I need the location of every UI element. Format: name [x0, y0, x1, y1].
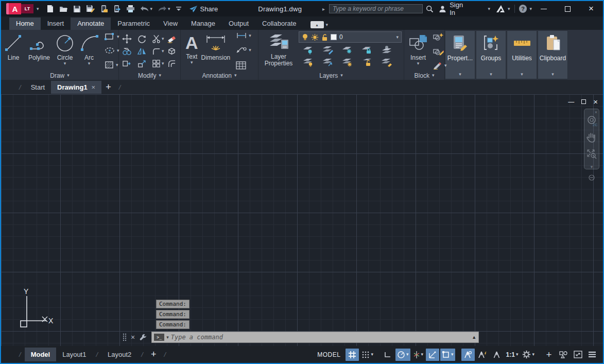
help-button[interactable]: ? — [519, 5, 527, 13]
app-menu-button[interactable]: A LT ▾ — [6, 3, 39, 14]
hatch-button[interactable]: ▾ — [104, 60, 119, 70]
table-button[interactable] — [236, 61, 251, 70]
layer-thaw-button[interactable] — [341, 58, 354, 67]
polar-tracking-toggle[interactable]: ▾ — [395, 349, 410, 361]
close-button[interactable]: × — [579, 1, 603, 16]
copy-button[interactable] — [122, 47, 132, 56]
rotate-button[interactable] — [137, 34, 147, 44]
layer-properties-button[interactable]: LayerProperties — [261, 31, 297, 68]
tab-parametric[interactable]: Parametric — [111, 18, 157, 30]
layer-match-button[interactable] — [322, 45, 334, 55]
autodesk-app-button[interactable] — [496, 5, 506, 12]
arc-button[interactable]: Arc ▾ — [77, 31, 101, 67]
dimension-button[interactable]: Dimension — [200, 31, 232, 62]
maximize-button[interactable] — [556, 1, 579, 16]
close-tab-icon[interactable]: × — [92, 83, 96, 91]
block-panel-label[interactable]: Block ▾ — [404, 71, 444, 80]
tab-start[interactable]: Start — [25, 81, 51, 94]
linear-dimension-button[interactable]: ▾ — [236, 32, 251, 39]
tab-annotate[interactable]: Annotate — [71, 18, 111, 30]
drawing-canvas[interactable]: — × × 2D ▾ Y — [1, 94, 603, 346]
chevron-down-icon[interactable]: ▾ — [166, 335, 169, 340]
edit-block-button[interactable] — [433, 47, 447, 56]
offset-button[interactable] — [167, 59, 177, 68]
plot-button[interactable] — [126, 5, 135, 13]
snap-toggle[interactable]: ▾ — [360, 349, 375, 361]
command-drag-handle[interactable] — [123, 333, 127, 341]
chevron-down-icon[interactable]: ▾ — [508, 7, 510, 11]
layers-panel-label[interactable]: Layers ▾ — [258, 71, 404, 80]
qat-customize-button[interactable] — [176, 6, 182, 11]
search-button[interactable] — [426, 5, 434, 13]
isolate-objects-button[interactable] — [557, 349, 570, 361]
layer-isolate-button[interactable] — [322, 58, 334, 67]
command-close-button[interactable]: × — [131, 333, 135, 341]
save-as-button[interactable] — [86, 5, 95, 13]
undo-button[interactable]: ▾ — [140, 6, 153, 12]
create-block-button[interactable] — [433, 32, 447, 41]
layer-on-button[interactable] — [302, 58, 315, 67]
ellipse-button[interactable]: ▾ — [104, 47, 119, 54]
open-file-button[interactable] — [59, 5, 68, 12]
pan-hand-icon[interactable] — [586, 132, 597, 143]
zoom-extents-icon[interactable] — [586, 148, 597, 160]
tab-collaborate[interactable]: Collaborate — [255, 18, 303, 30]
grid-toggle[interactable] — [346, 349, 359, 361]
scale-button[interactable] — [137, 59, 147, 68]
model-space-badge[interactable]: MODEL — [317, 351, 340, 358]
annotation-autoscale-toggle[interactable] — [476, 349, 489, 361]
panel-utilities[interactable]: Utilities ▾ — [507, 30, 537, 79]
define-attributes-button[interactable]: ▾ — [433, 61, 447, 70]
modify-panel-label[interactable]: Modify ▾ — [119, 71, 180, 80]
clean-screen-button[interactable]: + — [542, 349, 556, 361]
fullscreen-button[interactable] — [571, 349, 584, 361]
isometric-drafting-toggle[interactable]: ▾ — [411, 349, 425, 361]
line-button[interactable]: Line — [1, 31, 26, 62]
explode-button[interactable] — [167, 46, 177, 56]
panel-clipboard[interactable]: Clipboard ▾ — [538, 30, 568, 79]
tab-insert[interactable]: Insert — [41, 18, 71, 30]
workspace-settings-button[interactable]: ▾ — [521, 349, 536, 361]
minimize-button[interactable] — [532, 1, 556, 16]
viewport-restore-button[interactable] — [581, 99, 586, 105]
change-to-current-layer-button[interactable] — [381, 45, 393, 55]
draw-panel-label[interactable]: Draw ▾ — [1, 71, 118, 80]
text-button[interactable]: A Text ▾ — [184, 31, 200, 66]
layer-select-combo[interactable]: 0 ▾ — [299, 31, 402, 43]
leader-button[interactable]: ▾ — [236, 46, 251, 54]
customization-button[interactable] — [585, 349, 599, 361]
command-expand-icon[interactable]: ▲ — [472, 335, 476, 340]
tab-model[interactable]: Model — [25, 348, 57, 361]
tab-home[interactable]: Home — [9, 18, 41, 30]
annotation-panel-label[interactable]: Annotation ▾ — [181, 71, 258, 80]
tab-layout1[interactable]: Layout1 — [56, 348, 92, 361]
object-snap-toggle[interactable]: ▾ — [440, 349, 455, 361]
command-input[interactable] — [171, 334, 470, 341]
erase-button[interactable] — [167, 34, 177, 44]
object-snap-tracking-toggle[interactable] — [426, 349, 439, 361]
annotation-visibility-toggle[interactable] — [461, 349, 475, 361]
search-input[interactable] — [330, 5, 422, 12]
layer-freeze-button[interactable] — [341, 45, 354, 55]
tab-manage[interactable]: Manage — [184, 18, 222, 30]
save-to-mobile-button[interactable] — [100, 5, 108, 13]
ortho-toggle[interactable] — [381, 349, 394, 361]
navbar-close-icon[interactable]: × — [595, 110, 597, 115]
polyline-button[interactable]: Polyline — [26, 31, 53, 62]
insert-block-button[interactable]: Insert ▾ — [406, 31, 430, 67]
move-button[interactable] — [122, 34, 132, 44]
chevron-down-icon[interactable]: ▾ — [488, 7, 490, 11]
redo-button[interactable]: ▾ — [158, 6, 170, 12]
ribbon-minimize-button[interactable]: ▴ ▾ — [310, 21, 329, 28]
tab-output[interactable]: Output — [222, 18, 255, 30]
sign-in-button[interactable]: Sign In — [439, 1, 470, 16]
command-line[interactable]: >_ ▾ ▲ — [151, 332, 479, 343]
navbar-more-chevron[interactable]: ▾ — [591, 165, 593, 169]
panel-groups[interactable]: Groups ▾ — [476, 30, 506, 79]
panel-properties[interactable]: Propert... ▾ — [445, 30, 475, 79]
layer-lock-button[interactable] — [361, 45, 373, 55]
mirror-button[interactable] — [137, 47, 147, 56]
tab-drawing1[interactable]: Drawing1 × — [51, 81, 101, 94]
steering-wheel-icon[interactable]: 2D — [586, 115, 597, 127]
command-prompt-icon[interactable]: >_ — [154, 334, 164, 341]
